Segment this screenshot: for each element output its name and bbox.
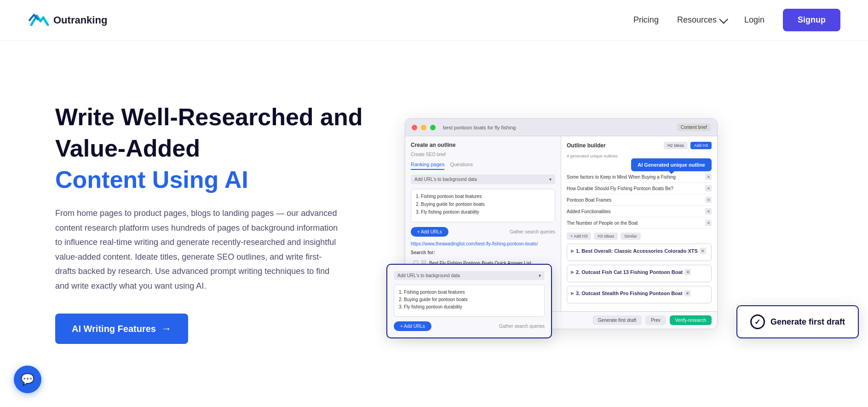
outline-item-1: Some factors to Keep in Mind When Buying… <box>567 171 712 183</box>
create-seo-brief: Create SEO brief <box>411 152 555 157</box>
delete-icon-4[interactable]: ✕ <box>705 208 712 215</box>
fw-url-1: 1. Fishing pontoon boat features <box>399 290 540 295</box>
generate-draft-floating-btn[interactable]: ✓ Generate first draft <box>736 305 859 338</box>
nav-resources-label: Resources <box>677 15 717 25</box>
mockup-container: best pontoon boats for fly fishing Conte… <box>405 118 831 329</box>
outline-buttons: H2 Ideas Add H3 <box>664 142 712 149</box>
headline-blue: Content Using AI <box>55 166 368 193</box>
delete-icon-3[interactable]: ✕ <box>705 197 712 203</box>
signup-button[interactable]: Signup <box>783 9 840 31</box>
fw-url-list: 1. Fishing pontoon boat features 2. Buyi… <box>394 285 545 317</box>
ai-tooltip: AI Generated unique outline <box>631 158 712 171</box>
tab-questions[interactable]: Questions <box>450 162 473 170</box>
window-titlebar: best pontoon boats for fly fishing Conte… <box>405 119 717 136</box>
nav-links: Pricing Resources Login Signup <box>633 9 840 31</box>
section-2-title: ▶ 2. Outcast Fish Cat 13 Fishing Pontoon… <box>571 269 707 275</box>
fw-bottom-row: + Add URLs Gather search queries <box>394 321 545 331</box>
chevron-down-icon <box>719 14 728 23</box>
chevron-icon-1: ▶ <box>571 249 574 253</box>
hero-left: Write Well-Researched and Value-Added Co… <box>55 104 368 344</box>
prev-btn[interactable]: Prev <box>645 315 666 325</box>
hero-section: Write Well-Researched and Value-Added Co… <box>0 41 868 407</box>
ai-writing-features-button[interactable]: AI Writing Features → <box>55 314 188 344</box>
headline-line2: Value-Added <box>55 135 368 163</box>
fw-dropdown[interactable]: Add URL's to background data ▾ <box>394 271 545 280</box>
add-urls-button[interactable]: + Add URLs <box>411 227 448 237</box>
outline-item-4: Added Functionalities ✕ <box>567 206 712 217</box>
fw-gather-label: Gather search queries <box>499 324 545 329</box>
chevron-icon-3: ▶ <box>571 291 574 296</box>
section-3: ▶ 3. Outcast Stealth Pro Fishing Pontoon… <box>567 286 712 303</box>
url-item-1: 1. Fishing pontoon boat features <box>416 194 550 199</box>
delete-section-1[interactable]: ✕ <box>700 248 706 254</box>
delete-icon-1[interactable]: ✕ <box>705 174 712 180</box>
delete-icon-2[interactable]: ✕ <box>705 185 712 192</box>
tab-ranking-pages[interactable]: Ranking pages <box>411 162 444 170</box>
search-for-label: Search for: <box>411 250 555 255</box>
outline-builder-title: Outline builder <box>567 142 606 149</box>
window-title: best pontoon boats for fly fishing <box>443 125 673 130</box>
verify-research-btn[interactable]: Verify-research <box>670 315 712 325</box>
url-item-2: 2. Buying guide for pontoon boats <box>416 202 550 207</box>
delete-icon-5[interactable]: ✕ <box>705 220 712 226</box>
h3-ideas-btn[interactable]: H3 Ideas <box>594 233 618 240</box>
chat-icon: 💬 <box>21 373 34 386</box>
hero-description: From home pages to product pages, blogs … <box>55 206 340 293</box>
check-circle-icon: ✓ <box>750 314 765 329</box>
chevron-icon-2: ▶ <box>571 270 574 274</box>
url-item-3: 3. Fly fishing pontoon durability <box>416 209 550 215</box>
section-3-title: ▶ 3. Outcast Stealth Pro Fishing Pontoon… <box>571 290 707 297</box>
similar-btn[interactable]: Similar <box>621 233 641 240</box>
generate-first-draft-btn[interactable]: Generate first draft <box>592 315 642 325</box>
outline-subheader: 4 generated unique outlines <box>567 154 712 158</box>
h2-ideas-btn[interactable]: H2 Ideas <box>664 142 688 149</box>
fw-add-urls-btn[interactable]: + Add URLs <box>394 321 431 331</box>
hero-right: best pontoon boats for fly fishing Conte… <box>405 118 831 329</box>
logo-icon <box>28 11 50 29</box>
nav-pricing[interactable]: Pricing <box>633 15 659 25</box>
dot-yellow <box>421 125 426 130</box>
chat-bubble[interactable]: 💬 <box>14 366 41 393</box>
add-h3-btn[interactable]: Add H3 <box>690 142 712 149</box>
outline-header: Outline builder H2 Ideas Add H3 <box>567 142 712 149</box>
section-1-title: ▶ 1. Best Overall: Classic Accessories C… <box>571 248 707 254</box>
headline-line1: Write Well-Researched and <box>55 104 368 131</box>
add-h3-row: + Add H3 H3 Ideas Similar <box>567 233 712 240</box>
outline-item-3: Pontoon Boat Frames ✕ <box>567 194 712 206</box>
navbar: Outranking Pricing Resources Login Signu… <box>0 0 868 41</box>
dot-green <box>430 125 436 130</box>
nav-resources[interactable]: Resources <box>677 15 726 25</box>
cta-label: AI Writing Features <box>72 324 156 334</box>
outline-item-5: The Number of People on the Boat ✕ <box>567 217 712 229</box>
dot-red <box>412 125 417 130</box>
arrow-right-icon: → <box>161 323 172 335</box>
section-2: ▶ 2. Outcast Fish Cat 13 Fishing Pontoon… <box>567 265 712 282</box>
floating-window: Add URL's to background data ▾ 1. Fishin… <box>386 264 552 338</box>
outline-items-container: AI Generated unique outline Some factors… <box>567 171 712 229</box>
add-h3-small-btn[interactable]: + Add H3 <box>567 233 591 240</box>
fw-url-3: 3. Fly fishing pontoon durability <box>399 304 540 309</box>
tab-row: Ranking pages Questions <box>411 162 555 170</box>
fw-url-2: 2. Buying guide for pontoon boats <box>399 297 540 302</box>
logo-text: Outranking <box>53 14 107 26</box>
fw-chevron-icon: ▾ <box>539 273 541 278</box>
url-link[interactable]: https://www.theawadinglist.com/best-fly-… <box>411 241 555 246</box>
section-1: ▶ 1. Best Overall: Classic Accessories C… <box>567 244 712 261</box>
add-urls-dropdown[interactable]: Add URL's to background data ▾ <box>411 174 555 184</box>
logo[interactable]: Outranking <box>28 11 107 29</box>
window-toolbar: Content brief <box>677 123 711 131</box>
outline-item-2: How Durable Should Fly Fishing Pontoon B… <box>567 183 712 194</box>
dropdown-chevron-icon: ▾ <box>549 177 552 182</box>
nav-login[interactable]: Login <box>744 15 765 25</box>
gen-draft-label: Generate first draft <box>770 317 845 327</box>
create-outline-header: Create an outline <box>411 142 555 148</box>
content-brief-btn[interactable]: Content brief <box>677 123 711 131</box>
add-urls-row: + Add URLs Gather search queries <box>411 227 555 237</box>
right-panel: Outline builder H2 Ideas Add H3 4 genera… <box>561 136 717 311</box>
delete-section-2[interactable]: ✕ <box>684 269 691 275</box>
gather-search-label: Gather search queries <box>510 229 555 234</box>
delete-section-3[interactable]: ✕ <box>684 290 691 297</box>
url-list: 1. Fishing pontoon boat features 2. Buyi… <box>411 189 555 222</box>
